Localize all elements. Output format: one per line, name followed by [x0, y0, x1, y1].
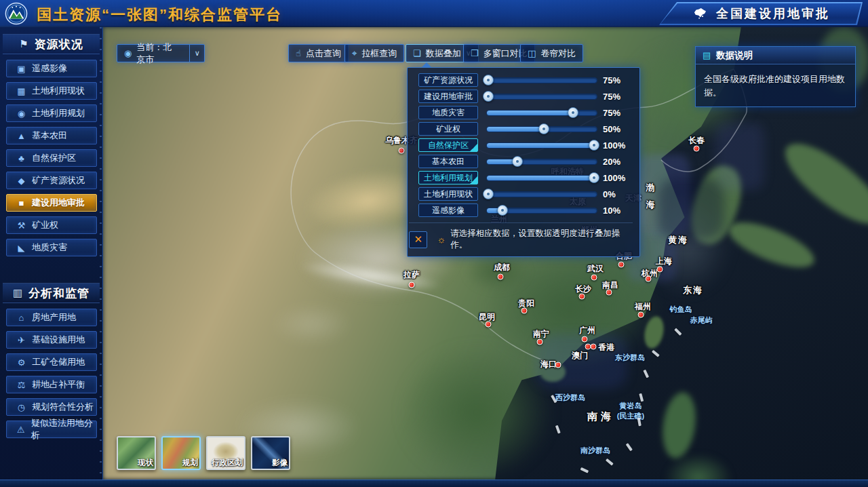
slider-track[interactable]: [486, 159, 597, 165]
opacity-slider-矿产资源状况[interactable]: [486, 73, 597, 87]
sidebar-item-遥感影像[interactable]: ▣遥感影像: [6, 60, 97, 77]
city-marker: [521, 308, 528, 314]
sidebar-item-地质灾害[interactable]: ◣地质灾害: [6, 239, 97, 256]
opacity-slider-土地利用现状[interactable]: [486, 187, 597, 201]
sidebar-item-耕地占补平衡[interactable]: ⚖耕地占补平衡: [6, 376, 97, 393]
toolbar-button-拉框查询[interactable]: ⌖拉框查询: [344, 44, 404, 62]
slider-handle[interactable]: [483, 189, 494, 199]
basemap-thumb-现状[interactable]: 现状: [117, 436, 156, 470]
hazard-icon: ◣: [16, 243, 26, 253]
click-query-icon: ☝: [296, 48, 301, 58]
sidebar-item-基本农田[interactable]: ▲基本农田: [6, 127, 97, 144]
module-banner: 全国建设用地审批: [659, 2, 863, 25]
terrain-blob: [480, 248, 660, 367]
slider-handle[interactable]: [497, 205, 508, 216]
terrain-blob: [683, 160, 749, 250]
layer-toggle-地质灾害[interactable]: 地质灾害: [418, 106, 478, 119]
layer-toggle-基本农田[interactable]: 基本农田: [418, 155, 478, 168]
city-marker: [409, 282, 415, 288]
boundary-dash: [626, 443, 633, 451]
slider-fill: [487, 127, 544, 132]
application-window: 国土资源“一张图”和综合监管平台 全国建设用地审批 ⚑资源状况▣遥感影像▦土地利…: [0, 0, 868, 487]
slider-handle[interactable]: [483, 75, 494, 85]
basemap-thumb-规划[interactable]: 规划: [161, 436, 201, 470]
opacity-slider-自然保护区[interactable]: [486, 138, 597, 152]
basemap-thumb-label: 影像: [272, 458, 288, 468]
layer-row: 建设用地审批75%: [418, 90, 631, 103]
boundary-dash: [580, 467, 589, 473]
sidebar-item-土地利用规划[interactable]: ◉土地利用规划: [6, 104, 97, 122]
slider-track[interactable]: [486, 77, 597, 83]
slider-fill: [487, 143, 597, 148]
slider-handle[interactable]: [483, 91, 494, 102]
sidebar-item-label: 矿产资源状况: [32, 174, 85, 187]
selected-check-icon: ✓: [470, 144, 477, 151]
sidebar-item-自然保护区[interactable]: ♣自然保护区: [6, 149, 97, 167]
slider-handle[interactable]: [589, 172, 599, 183]
sidebar-item-矿产资源状况[interactable]: ◆矿产资源状况: [6, 172, 97, 189]
terrain-blob: [536, 334, 627, 389]
opacity-slider-矿业权[interactable]: [486, 122, 597, 136]
basemap-thumb-影像[interactable]: 影像: [251, 436, 290, 470]
layer-toggle-土地利用现状[interactable]: 土地利用现状: [418, 187, 478, 201]
slider-track[interactable]: [486, 94, 597, 100]
slider-handle[interactable]: [589, 140, 599, 151]
sidebar-item-疑似违法用地分析[interactable]: ⚠疑似违法用地分析: [6, 421, 97, 438]
sidebar-section-gap: [0, 261, 102, 276]
sidebar-item-建设用地审批[interactable]: ■建设用地审批: [6, 194, 97, 212]
close-panel-button[interactable]: ✕: [409, 231, 427, 248]
layer-toggle-自然保护区[interactable]: 自然保护区✓: [418, 138, 478, 152]
slider-handle[interactable]: [538, 123, 549, 134]
sidebar-item-土地利用现状[interactable]: ▦土地利用现状: [6, 82, 97, 100]
slider-track[interactable]: [486, 142, 597, 149]
layer-label: 矿业权: [436, 123, 460, 135]
sea-label-渤海: 渤 海: [646, 180, 656, 213]
slider-handle[interactable]: [568, 107, 578, 118]
sidebar-item-基础设施用地[interactable]: ✈基础设施用地: [6, 331, 97, 349]
map-canvas[interactable]: 乌鲁木齐拉萨长春成都武汉合肥上海杭州长沙南昌贵阳昆明福州南宁广州香港澳门海口呼和…: [103, 27, 868, 480]
slider-track[interactable]: [486, 175, 597, 181]
city-marker: [399, 148, 405, 154]
sidebar-item-房地产用地[interactable]: ⌂房地产用地: [6, 309, 97, 326]
curtain-icon: ◫: [528, 48, 536, 58]
city-label-南宁: 南宁: [533, 328, 549, 339]
sidebar-item-工矿仓储用地[interactable]: ⚙工矿仓储用地: [6, 353, 97, 371]
header-bar: 国土资源“一张图”和综合监管平台 全国建设用地审批: [0, 0, 868, 27]
chart-icon: ▥: [13, 287, 23, 299]
layer-toggle-土地利用规划[interactable]: 土地利用规划✓: [418, 171, 478, 184]
toolbar-button-点击查询[interactable]: ☝点击查询: [288, 44, 349, 62]
opacity-slider-地质灾害[interactable]: [486, 106, 597, 119]
layer-toggle-矿业权[interactable]: 矿业权: [418, 122, 478, 136]
opacity-slider-基本农田[interactable]: [486, 155, 597, 168]
clock-icon: ◷: [16, 402, 26, 412]
realestate-icon: ⌂: [16, 313, 26, 323]
terrain-blob: [298, 256, 445, 296]
city-label-广州: 广州: [579, 325, 595, 336]
opacity-slider-遥感影像[interactable]: [486, 203, 597, 217]
toolbar-button-卷帘对比[interactable]: ◫卷帘对比: [520, 44, 583, 62]
layer-toggle-遥感影像[interactable]: 遥感影像: [418, 203, 478, 217]
data-description-title: 数据说明: [716, 50, 753, 62]
boundary-dash: [652, 350, 659, 357]
city-marker: [694, 146, 700, 152]
layer-label: 基本农田: [432, 156, 465, 168]
opacity-slider-土地利用规划[interactable]: [486, 171, 597, 184]
city-label-成都: 成都: [494, 262, 510, 273]
opacity-slider-建设用地审批[interactable]: [486, 90, 597, 103]
city-marker: [585, 344, 591, 350]
close-icon: ✕: [414, 233, 422, 246]
layer-label: 建设用地审批: [424, 91, 473, 102]
sidebar-item-矿业权[interactable]: ⚒矿业权: [6, 216, 97, 234]
basemap-thumb-行政区划[interactable]: 行政区划: [206, 436, 245, 470]
china-map-icon: [692, 7, 708, 20]
slider-handle[interactable]: [512, 156, 523, 167]
layer-row: 基本农田20%: [418, 155, 631, 168]
region-selector[interactable]: ◉ 当前：北京市 ∨: [117, 44, 205, 62]
section-title-label: 分析和监管: [28, 286, 90, 301]
layer-toggle-矿产资源状况[interactable]: 矿产资源状况: [418, 73, 478, 87]
sidebar-item-规划符合性分析[interactable]: ◷规划符合性分析: [6, 398, 97, 416]
island-label-南沙群岛: 南沙群岛: [580, 446, 610, 456]
slider-track[interactable]: [486, 191, 597, 197]
slider-track[interactable]: [486, 110, 597, 116]
layer-toggle-建设用地审批[interactable]: 建设用地审批: [418, 90, 478, 103]
